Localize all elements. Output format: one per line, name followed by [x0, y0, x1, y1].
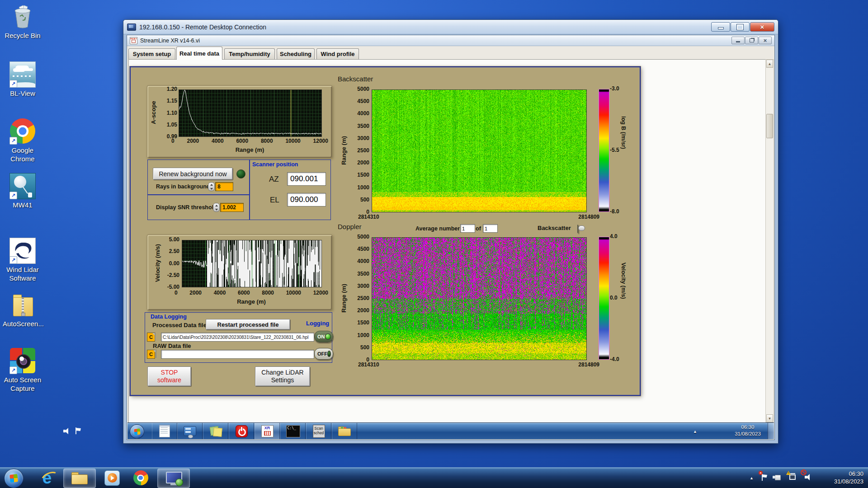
desktop-icon-google-chrome[interactable]: Google Chrome: [3, 118, 42, 163]
remote-taskbar-sticky-notes-button[interactable]: [203, 423, 228, 439]
colorbar-tick-label: -8.0: [610, 209, 619, 214]
scroll-down-arrow-icon[interactable]: ▼: [766, 414, 773, 422]
average-number-field[interactable]: 1: [460, 224, 475, 233]
desktop-icon-recycle-bin[interactable]: Recycle Bin: [3, 4, 42, 40]
remote-taskbar-control-panel-button[interactable]: [177, 423, 203, 439]
remote-taskbar-scan-scheduler-button[interactable]: Scansched: [306, 423, 331, 439]
host-clock-date: 31/08/2023: [834, 478, 863, 485]
y-tick-label: 5000: [357, 86, 369, 92]
host-tray-speaker-muted-icon[interactable]: [805, 474, 813, 482]
remote-taskbar-command-prompt-button[interactable]: C:\_: [280, 423, 306, 439]
desktop-icon-auto-screen-capture[interactable]: Auto Screen Capture: [3, 348, 42, 393]
vertical-scrollbar[interactable]: ▲ ▼: [765, 59, 774, 423]
ascope-graph-group: 1.201.151.101.050.99 A-scope 02000400060…: [147, 85, 332, 158]
remote-taskbar-notepad-button[interactable]: [152, 423, 177, 439]
folder-icon: [338, 427, 351, 436]
power-stop-icon: [236, 425, 248, 437]
remote-desktop-icon: [166, 472, 181, 485]
remote-show-desktop-button[interactable]: [768, 423, 774, 439]
tab-wind-profile[interactable]: Wind profile: [316, 48, 359, 59]
scroll-up-arrow-icon[interactable]: ▲: [766, 60, 773, 68]
raw-logging-off-switch[interactable]: OFF: [314, 348, 333, 360]
doppler-heatmap-canvas[interactable]: [372, 237, 587, 360]
app-restore-button[interactable]: [745, 37, 758, 44]
host-taskbar-internet-explorer-button[interactable]: e: [35, 469, 59, 487]
processed-path-field[interactable]: C:\Lidar\Data\Proc\2023\202308\20230831\…: [161, 333, 314, 342]
backscatter-heatmap-canvas[interactable]: [372, 89, 587, 212]
desktop-icon-wind-lidar[interactable]: Wind Lidar Software: [3, 238, 42, 282]
average-total-field[interactable]: 1: [483, 224, 498, 233]
tab-system-setup[interactable]: System setup: [128, 48, 175, 59]
y-tick-label: 1000: [357, 185, 369, 190]
tab-temp-humidity[interactable]: Temp/humidity: [224, 48, 275, 59]
renew-background-button[interactable]: Renew background now: [153, 168, 233, 180]
rdp-maximize-button[interactable]: [731, 22, 750, 32]
remote-taskbar-explorer-button[interactable]: [332, 423, 357, 439]
app-close-button[interactable]: ×: [759, 37, 772, 44]
scanner-position-title: Scanner position: [252, 161, 298, 168]
y-tick-label: 5000: [357, 234, 369, 239]
snr-spinner[interactable]: [213, 203, 220, 212]
host-start-button[interactable]: [4, 469, 24, 488]
velocity-plot-canvas[interactable]: [182, 240, 322, 287]
shortcut-arrow-icon: [9, 192, 17, 199]
velocity-x-axis-title: Range (m): [182, 298, 321, 305]
rdp-minimize-button[interactable]: [711, 22, 730, 32]
remote-start-button[interactable]: [130, 424, 144, 439]
host-tray-show-hidden-icons-button[interactable]: [750, 475, 754, 480]
host-taskbar-remote-desktop-button[interactable]: [157, 469, 190, 488]
x-start-label: 2814310: [358, 214, 379, 220]
bl-view-icon: [9, 61, 36, 88]
change-lidar-settings-button[interactable]: Change LiDARSettings: [255, 366, 310, 386]
remote-taskbar-stop-button[interactable]: [229, 423, 254, 439]
host-tray-network-warning-icon[interactable]: [789, 474, 797, 482]
rdp-close-button[interactable]: ×: [750, 22, 774, 32]
stop-software-button[interactable]: STOPsoftware: [147, 366, 191, 386]
tab-real-time-data[interactable]: Real time data: [176, 47, 222, 60]
desktop-icon-autoscreen-zip[interactable]: AutoScreen...: [3, 292, 42, 328]
ascope-plot-canvas[interactable]: [179, 89, 322, 137]
rdp-title-bar[interactable]: 192.168.0.150 - Remote Desktop Connectio…: [123, 20, 778, 34]
az-value-field[interactable]: 090.001: [287, 172, 326, 186]
colorbar-tick-label: 4.0: [610, 234, 618, 239]
snr-value-field[interactable]: 1.002: [220, 203, 244, 212]
app-minimize-button[interactable]: [731, 37, 745, 44]
scrollbar-thumb[interactable]: [766, 114, 773, 138]
raw-path-field[interactable]: [161, 350, 314, 359]
y-tick-label: 2000: [357, 160, 369, 165]
el-label: EL: [270, 196, 279, 205]
windows-flag-icon: [9, 474, 18, 483]
backscatter-toggle-switch[interactable]: [577, 225, 578, 233]
rays-value-field[interactable]: 8: [215, 182, 233, 191]
processed-logging-on-switch[interactable]: ON: [314, 331, 333, 343]
desktop-icon-bl-view[interactable]: BL-View: [3, 61, 42, 98]
host-taskbar-windows-explorer-button[interactable]: [63, 469, 96, 488]
desktop-icon-label: MW41: [3, 201, 42, 209]
shortcut-arrow-icon: [9, 137, 17, 145]
remote-tray-show-hidden-icons-button[interactable]: [693, 429, 697, 434]
streamline-app-window: StreamLine XR v14-6.vi × System setup Re…: [127, 35, 775, 440]
processed-path-browse-icon[interactable]: [155, 332, 156, 341]
velocity-y-axis: 5.002.500.00-2.50-5.00: [159, 237, 179, 290]
backscatter-section-title: Backscatter: [338, 75, 373, 83]
x-tick-label: 2000: [189, 290, 202, 296]
host-taskbar-clock[interactable]: 06:30 31/08/2023: [820, 470, 863, 485]
desktop-icon-mw41[interactable]: MW41: [3, 173, 42, 209]
host-taskbar-chrome-button[interactable]: [128, 469, 153, 487]
raw-path-browse-icon[interactable]: [156, 349, 156, 358]
tab-scheduling[interactable]: Scheduling: [277, 48, 315, 59]
host-tray-power-icon[interactable]: [775, 474, 783, 482]
x-tick-label: 12000: [313, 290, 328, 296]
host-taskbar-media-player-button[interactable]: [99, 469, 125, 487]
host-tray-action-center-flag-icon[interactable]: ×: [761, 474, 769, 482]
restart-processed-file-button[interactable]: Restart processed file: [206, 319, 290, 330]
doppler-x-axis: 2814310 2814809: [358, 362, 599, 367]
remote-taskbar-clock[interactable]: 06:30 31/08/2023: [729, 424, 767, 437]
app-title-bar[interactable]: StreamLine XR v14-6.vi ×: [127, 35, 774, 46]
rays-spinner[interactable]: [208, 182, 215, 191]
chrome-icon: [133, 470, 148, 485]
of-label: of: [476, 225, 481, 232]
remote-taskbar-streamline-xr-button[interactable]: XR: [255, 423, 280, 439]
el-value-field[interactable]: 090.000: [287, 193, 326, 206]
recycle-bin-icon: [9, 4, 36, 30]
